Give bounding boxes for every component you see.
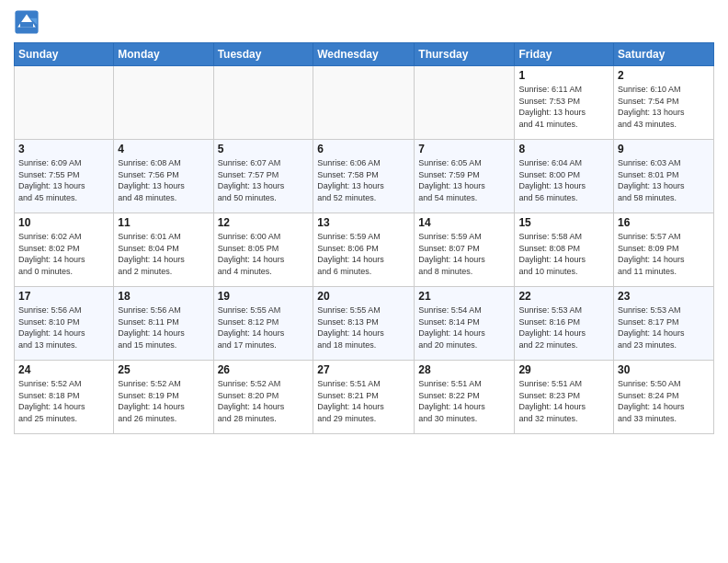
day-number: 23 <box>618 290 710 303</box>
day-info: Sunrise: 5:56 AM Sunset: 8:10 PM Dayligh… <box>18 304 109 350</box>
day-number: 14 <box>418 216 510 229</box>
weekday-header: Friday <box>515 43 614 66</box>
calendar-day-cell <box>15 66 114 140</box>
day-info: Sunrise: 5:53 AM Sunset: 8:16 PM Dayligh… <box>518 304 609 350</box>
calendar-day-cell: 4Sunrise: 6:08 AM Sunset: 7:56 PM Daylig… <box>114 140 213 213</box>
day-info: Sunrise: 5:51 AM Sunset: 8:23 PM Dayligh… <box>518 378 609 424</box>
weekday-header: Thursday <box>415 43 515 66</box>
calendar-week-row: 17Sunrise: 5:56 AM Sunset: 8:10 PM Dayli… <box>15 287 714 361</box>
svg-rect-2 <box>20 22 33 28</box>
calendar-week-row: 24Sunrise: 5:52 AM Sunset: 8:18 PM Dayli… <box>15 361 714 434</box>
day-number: 16 <box>618 216 710 229</box>
day-number: 19 <box>218 290 310 303</box>
day-info: Sunrise: 5:59 AM Sunset: 8:06 PM Dayligh… <box>317 231 410 277</box>
day-number: 24 <box>18 363 109 376</box>
calendar-day-cell: 5Sunrise: 6:07 AM Sunset: 7:57 PM Daylig… <box>213 140 313 213</box>
day-info: Sunrise: 5:51 AM Sunset: 8:21 PM Dayligh… <box>317 378 410 424</box>
day-number: 15 <box>518 216 609 229</box>
calendar-day-cell <box>114 66 213 140</box>
calendar-day-cell: 14Sunrise: 5:59 AM Sunset: 8:07 PM Dayli… <box>415 213 515 287</box>
calendar-day-cell: 2Sunrise: 6:10 AM Sunset: 7:54 PM Daylig… <box>614 66 714 140</box>
day-number: 4 <box>118 143 209 155</box>
day-number: 21 <box>418 290 510 303</box>
day-info: Sunrise: 5:59 AM Sunset: 8:07 PM Dayligh… <box>418 231 510 277</box>
day-info: Sunrise: 6:11 AM Sunset: 7:53 PM Dayligh… <box>518 84 609 130</box>
calendar-day-cell: 29Sunrise: 5:51 AM Sunset: 8:23 PM Dayli… <box>515 361 614 434</box>
calendar-day-cell: 8Sunrise: 6:04 AM Sunset: 8:00 PM Daylig… <box>515 140 614 213</box>
calendar-day-cell: 26Sunrise: 5:52 AM Sunset: 8:20 PM Dayli… <box>213 361 313 434</box>
day-number: 8 <box>518 143 609 155</box>
calendar-day-cell: 9Sunrise: 6:03 AM Sunset: 8:01 PM Daylig… <box>614 140 714 213</box>
logo-icon <box>14 9 40 35</box>
day-info: Sunrise: 5:55 AM Sunset: 8:12 PM Dayligh… <box>218 304 310 350</box>
day-info: Sunrise: 6:04 AM Sunset: 8:00 PM Dayligh… <box>518 157 609 203</box>
day-number: 12 <box>218 216 310 229</box>
day-info: Sunrise: 6:03 AM Sunset: 8:01 PM Dayligh… <box>618 157 710 203</box>
calendar-day-cell <box>313 66 415 140</box>
calendar-day-cell: 1Sunrise: 6:11 AM Sunset: 7:53 PM Daylig… <box>515 66 614 140</box>
calendar-day-cell: 28Sunrise: 5:51 AM Sunset: 8:22 PM Dayli… <box>415 361 515 434</box>
day-info: Sunrise: 6:06 AM Sunset: 7:58 PM Dayligh… <box>317 157 410 203</box>
logo <box>14 9 41 35</box>
day-number: 9 <box>618 143 710 155</box>
day-number: 5 <box>218 143 310 155</box>
calendar-day-cell: 19Sunrise: 5:55 AM Sunset: 8:12 PM Dayli… <box>213 287 313 361</box>
calendar-day-cell: 16Sunrise: 5:57 AM Sunset: 8:09 PM Dayli… <box>614 213 714 287</box>
day-info: Sunrise: 6:07 AM Sunset: 7:57 PM Dayligh… <box>218 157 310 203</box>
day-info: Sunrise: 5:57 AM Sunset: 8:09 PM Dayligh… <box>618 231 710 277</box>
day-number: 30 <box>618 363 710 376</box>
weekday-header: Sunday <box>15 43 114 66</box>
day-info: Sunrise: 5:50 AM Sunset: 8:24 PM Dayligh… <box>618 378 710 424</box>
weekday-header: Saturday <box>614 43 714 66</box>
calendar-day-cell: 10Sunrise: 6:02 AM Sunset: 8:02 PM Dayli… <box>15 213 114 287</box>
calendar-day-cell: 24Sunrise: 5:52 AM Sunset: 8:18 PM Dayli… <box>15 361 114 434</box>
day-info: Sunrise: 6:02 AM Sunset: 8:02 PM Dayligh… <box>18 231 109 277</box>
calendar-day-cell: 15Sunrise: 5:58 AM Sunset: 8:08 PM Dayli… <box>515 213 614 287</box>
day-info: Sunrise: 5:52 AM Sunset: 8:20 PM Dayligh… <box>218 378 310 424</box>
calendar-day-cell <box>415 66 515 140</box>
page: SundayMondayTuesdayWednesdayThursdayFrid… <box>0 0 728 563</box>
calendar-day-cell: 22Sunrise: 5:53 AM Sunset: 8:16 PM Dayli… <box>515 287 614 361</box>
calendar-day-cell <box>213 66 313 140</box>
day-number: 29 <box>518 363 609 376</box>
calendar-day-cell: 21Sunrise: 5:54 AM Sunset: 8:14 PM Dayli… <box>415 287 515 361</box>
weekday-header: Wednesday <box>313 43 415 66</box>
calendar-day-cell: 18Sunrise: 5:56 AM Sunset: 8:11 PM Dayli… <box>114 287 213 361</box>
calendar-day-cell: 3Sunrise: 6:09 AM Sunset: 7:55 PM Daylig… <box>15 140 114 213</box>
day-number: 28 <box>418 363 510 376</box>
day-info: Sunrise: 6:08 AM Sunset: 7:56 PM Dayligh… <box>118 157 209 203</box>
calendar-week-row: 10Sunrise: 6:02 AM Sunset: 8:02 PM Dayli… <box>15 213 714 287</box>
day-number: 18 <box>118 290 209 303</box>
day-number: 25 <box>118 363 209 376</box>
day-info: Sunrise: 5:52 AM Sunset: 8:18 PM Dayligh… <box>18 378 109 424</box>
calendar-body: 1Sunrise: 6:11 AM Sunset: 7:53 PM Daylig… <box>15 66 714 434</box>
day-info: Sunrise: 6:01 AM Sunset: 8:04 PM Dayligh… <box>118 231 209 277</box>
day-number: 2 <box>618 69 710 82</box>
day-number: 27 <box>317 363 410 376</box>
calendar-day-cell: 23Sunrise: 5:53 AM Sunset: 8:17 PM Dayli… <box>614 287 714 361</box>
day-info: Sunrise: 5:52 AM Sunset: 8:19 PM Dayligh… <box>118 378 209 424</box>
calendar-day-cell: 13Sunrise: 5:59 AM Sunset: 8:06 PM Dayli… <box>313 213 415 287</box>
day-info: Sunrise: 5:58 AM Sunset: 8:08 PM Dayligh… <box>518 231 609 277</box>
weekday-header: Monday <box>114 43 213 66</box>
calendar-week-row: 1Sunrise: 6:11 AM Sunset: 7:53 PM Daylig… <box>15 66 714 140</box>
calendar-day-cell: 30Sunrise: 5:50 AM Sunset: 8:24 PM Dayli… <box>614 361 714 434</box>
calendar-day-cell: 12Sunrise: 6:00 AM Sunset: 8:05 PM Dayli… <box>213 213 313 287</box>
day-info: Sunrise: 6:05 AM Sunset: 7:59 PM Dayligh… <box>418 157 510 203</box>
calendar-day-cell: 11Sunrise: 6:01 AM Sunset: 8:04 PM Dayli… <box>114 213 213 287</box>
calendar-day-cell: 7Sunrise: 6:05 AM Sunset: 7:59 PM Daylig… <box>415 140 515 213</box>
day-number: 17 <box>18 290 109 303</box>
day-number: 10 <box>18 216 109 229</box>
header-row: SundayMondayTuesdayWednesdayThursdayFrid… <box>15 43 714 66</box>
day-info: Sunrise: 5:53 AM Sunset: 8:17 PM Dayligh… <box>618 304 710 350</box>
day-info: Sunrise: 5:51 AM Sunset: 8:22 PM Dayligh… <box>418 378 510 424</box>
calendar-day-cell: 20Sunrise: 5:55 AM Sunset: 8:13 PM Dayli… <box>313 287 415 361</box>
day-number: 26 <box>218 363 310 376</box>
day-info: Sunrise: 6:10 AM Sunset: 7:54 PM Dayligh… <box>618 84 710 130</box>
day-number: 22 <box>518 290 609 303</box>
calendar-day-cell: 27Sunrise: 5:51 AM Sunset: 8:21 PM Dayli… <box>313 361 415 434</box>
day-number: 7 <box>418 143 510 155</box>
day-number: 6 <box>317 143 410 155</box>
calendar-day-cell: 6Sunrise: 6:06 AM Sunset: 7:58 PM Daylig… <box>313 140 415 213</box>
day-info: Sunrise: 5:54 AM Sunset: 8:14 PM Dayligh… <box>418 304 510 350</box>
